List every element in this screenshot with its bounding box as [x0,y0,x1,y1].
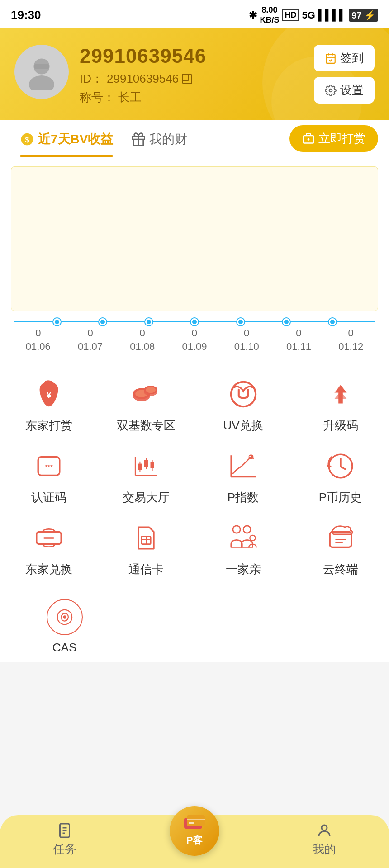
menu-item-simCard[interactable]: 通信卡 [97,520,194,577]
svg-point-47 [63,616,66,619]
settings-button[interactable]: 设置 [314,77,375,104]
id-label: ID： [80,71,103,87]
svg-rect-53 [187,815,205,826]
dongjiaDasang-label: 东家打赏 [25,418,72,434]
menu-item-authCode[interactable]: *** 认证码 [0,448,97,505]
tab-bv-earnings[interactable]: $ 近7天BV收益 [11,120,122,157]
status-bar: 19:30 ✱ 8.00KB/S HD 5G ▌▌▌▌ 97 ⚡ [0,0,389,28]
chart-values-row: 0 0 0 0 0 0 0 [11,327,378,339]
svg-rect-3 [326,54,335,63]
chart-dots-row [11,318,378,326]
chart-date-2: 01.07 [65,341,116,353]
chart-date-4: 01.09 [169,341,220,353]
svg-point-40 [232,526,240,533]
menu-row-3: 东家兑换 通信卡 [0,513,389,585]
menu-item-pHistory[interactable]: P币历史 [292,448,389,505]
chart-val-2: 0 [65,327,116,339]
tab-my-finance[interactable]: 我的财 [122,120,196,157]
signal-5g-icon: 5G [302,9,315,21]
menu-item-uvExchange[interactable]: UV兑换 [194,376,292,434]
avatar [14,45,69,99]
earnings-icon: $ [20,132,34,146]
title-value: 长工 [118,90,142,104]
phistory-icon [323,448,359,484]
money-bag-icon: ¥ [31,376,67,412]
profile-title: 称号： 长工 [80,90,303,105]
dongJiaExchange-label: 东家兑换 [25,561,72,577]
menu-item-upgradeCode[interactable]: 升级码 [292,376,389,434]
auth-icon: *** [31,448,67,484]
nav-center-button[interactable]: P客 [170,806,219,856]
authCode-label: 认证码 [31,490,66,505]
nav-center: P客 [130,824,260,856]
svg-point-1 [29,75,54,90]
cloud-icon [323,520,359,556]
menu-grid: ¥ 东家打赏 双基数专区 [0,362,389,592]
svg-text:¥: ¥ [46,390,51,400]
svg-point-7 [329,89,332,92]
chart-val-1: 0 [13,327,64,339]
svg-text:$: $ [25,136,29,144]
svg-point-56 [322,825,327,830]
nav-task[interactable]: 任务 [0,822,130,857]
tip-now-button[interactable]: 立即打赏 [289,125,378,152]
chart-date-5: 01.10 [221,341,272,353]
menu-item-shuangJiShu[interactable]: 双基数专区 [97,376,194,434]
menu-row-2: *** 认证码 交易大厅 [0,441,389,513]
settings-icon [325,85,337,96]
shuangJiShu-label: 双基数专区 [117,418,176,434]
bottom-spacer [0,662,389,716]
profile-name: 29910639546 [80,45,303,67]
coin-icon [128,376,164,412]
profile-inner: 29910639546 ID： 29910639546 称号： 长工 [14,45,375,105]
menu-item-dongJiaExchange[interactable]: 东家兑换 [0,520,97,577]
copy-icon[interactable] [182,74,192,84]
upgrade-icon [323,376,359,412]
chart-val-6: 0 [273,327,324,339]
nav-center-label: P客 [186,834,203,847]
chart-val-4: 0 [169,327,220,339]
svg-rect-30 [150,462,154,468]
bottom-nav: 任务 P客 我的 [0,815,389,868]
chart-area: 0 0 0 0 0 0 0 01.06 01.07 01.08 01.09 01… [0,157,389,362]
tip-icon [302,132,315,145]
pHistory-label: P币历史 [319,490,362,505]
simCard-label: 通信卡 [128,561,164,577]
menu-item-dongjiaDasang[interactable]: ¥ 东家打赏 [0,376,97,434]
status-time: 19:30 [11,8,41,22]
menu-item-family[interactable]: 一家亲 [194,520,292,577]
hd-badge: HD [282,9,299,21]
cas-item[interactable]: CAS [18,599,111,655]
svg-point-42 [250,535,255,541]
chart-dates-row: 01.06 01.07 01.08 01.09 01.10 01.11 01.1… [11,341,378,362]
djexchange-icon [31,520,67,556]
checkin-button[interactable]: 签到 [314,45,375,71]
pindex-icon [225,448,261,484]
task-icon [57,822,73,839]
tradingHall-label: 交易大厅 [123,490,170,505]
svg-point-41 [243,526,251,533]
cas-section: CAS [0,592,389,662]
menu-item-cloudTerminal[interactable]: 云终端 [292,520,389,577]
chart-canvas [11,166,378,311]
status-icons: ✱ 8.00KB/S HD 5G ▌▌▌▌ 97 ⚡ [249,5,378,25]
nav-task-label: 任务 [53,841,76,857]
chart-val-3: 0 [117,327,168,339]
chart-date-6: 01.11 [273,341,324,353]
uv-icon [225,376,261,412]
chart-date-1: 01.06 [13,341,64,353]
nav-cards-icon [183,814,206,832]
chart-date-7: 01.12 [325,341,376,353]
nav-mine-label: 我的 [313,841,336,857]
nav-mine[interactable]: 我的 [259,822,389,857]
svg-point-20 [231,382,255,406]
profile-info: 29910639546 ID： 29910639546 称号： 长工 [80,45,303,105]
svg-rect-26 [138,464,142,470]
svg-text:***: *** [45,463,53,471]
menu-item-tradingHall[interactable]: 交易大厅 [97,448,194,505]
upgradeCode-label: 升级码 [323,418,358,434]
simcard-icon [128,520,164,556]
menu-item-pIndex[interactable]: P指数 [194,448,292,505]
cas-icon [47,599,83,635]
id-value: 29910639546 [107,72,179,86]
